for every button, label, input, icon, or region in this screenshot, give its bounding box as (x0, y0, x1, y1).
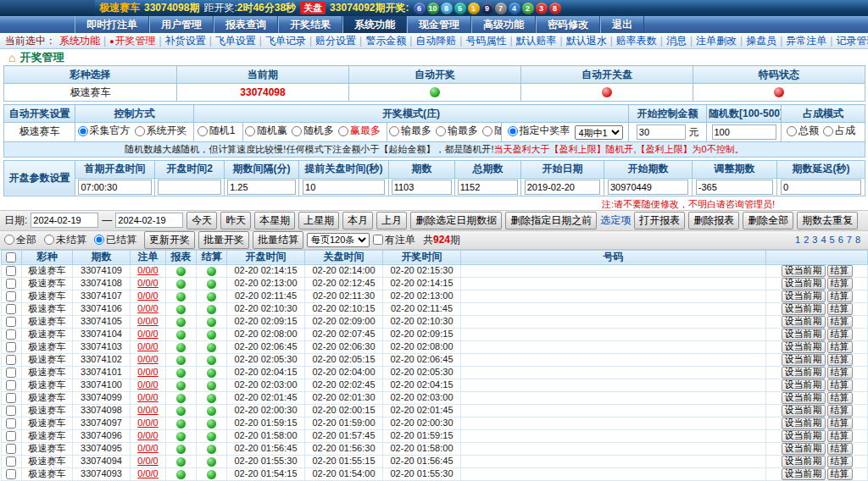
quick-button-本星期[interactable]: 本星期 (254, 212, 295, 229)
radio-input-未结算[interactable] (44, 235, 54, 245)
report-button-打开报表[interactable]: 打开报表 (634, 212, 685, 229)
set-current-period-button[interactable]: 设当前期 (782, 354, 826, 366)
radio-系统开奖[interactable]: 系统开奖 (135, 124, 187, 138)
bets-link[interactable]: 0/0/0 (137, 417, 158, 428)
quick-button-上月[interactable]: 上月 (376, 212, 407, 229)
settle-status-dot[interactable] (207, 267, 216, 276)
settle-status-dot[interactable] (207, 305, 216, 314)
bets-link[interactable]: 0/0/0 (137, 329, 158, 339)
random-input[interactable] (712, 124, 776, 140)
radio-输最多[interactable]: 输最多 (389, 124, 431, 138)
params-input-期数间隔(分)[interactable] (227, 180, 296, 195)
bets-link[interactable]: 0/0/0 (137, 316, 158, 326)
radio-指定中奖率[interactable]: 指定中奖率 (508, 124, 570, 138)
radio-随机3[interactable]: 随机3 (482, 124, 502, 138)
settle-status-dot[interactable] (207, 343, 216, 352)
report-button-删除报表[interactable]: 删除报表 (688, 212, 739, 229)
radio-占成[interactable]: 占成 (823, 124, 855, 138)
page-link-7[interactable]: 7 (847, 235, 852, 245)
bets-link[interactable]: 0/0/0 (137, 354, 158, 364)
radio-input-输最多[interactable] (436, 126, 446, 136)
radio-输最多[interactable]: 输最多 (436, 124, 478, 138)
radio-未结算[interactable]: 未结算 (44, 233, 86, 247)
settle-button[interactable]: 结算 (827, 443, 853, 455)
set-current-period-button[interactable]: 设当前期 (782, 265, 826, 277)
nav-item-退出[interactable]: 退出 (600, 16, 644, 33)
bets-link[interactable]: 0/0/0 (137, 379, 158, 390)
bets-link[interactable]: 0/0/0 (137, 430, 158, 440)
set-current-period-button[interactable]: 设当前期 (782, 316, 826, 328)
amount-input[interactable] (637, 124, 686, 140)
params-input-期数延迟(秒)[interactable] (781, 180, 861, 195)
radio-input-随机3[interactable] (482, 126, 492, 136)
settle-status-dot[interactable] (207, 356, 216, 365)
bets-link[interactable]: 0/0/0 (137, 290, 158, 301)
report-status-dot[interactable] (176, 343, 186, 352)
submenu-item-默认赔率[interactable]: 默认赔率 (516, 34, 557, 48)
radio-input-指定中奖率[interactable] (508, 126, 518, 136)
submenu-item-警示金额[interactable]: 警示金额 (365, 34, 406, 48)
auto-draw-toggle[interactable] (430, 87, 440, 97)
page-link-1[interactable]: 1 (795, 235, 800, 245)
bets-link[interactable]: 0/0/0 (137, 278, 158, 288)
settle-button[interactable]: 结算 (827, 456, 853, 467)
report-status-dot[interactable] (176, 381, 186, 390)
submenu-item-补货设置[interactable]: 补货设置 (165, 34, 206, 48)
delete-button-删除指定日期之前[interactable]: 删除指定日期之前 (505, 212, 597, 229)
settle-button[interactable]: 结算 (827, 265, 853, 277)
row-checkbox[interactable] (6, 329, 16, 340)
bets-link[interactable]: 0/0/0 (137, 265, 158, 275)
nav-item-密码修改[interactable]: 密码修改 (536, 16, 600, 33)
row-checkbox[interactable] (6, 304, 16, 314)
nav-item-即时打注单[interactable]: 即时打注单 (75, 16, 149, 33)
submenu-item-记录管理[interactable]: 记录管理 (836, 34, 868, 48)
settle-button[interactable]: 结算 (827, 354, 853, 366)
page-link-5[interactable]: 5 (830, 235, 835, 245)
report-status-dot[interactable] (176, 368, 186, 378)
report-status-dot[interactable] (176, 406, 186, 416)
radio-input-占成[interactable] (823, 126, 833, 136)
bets-link[interactable]: 0/0/0 (137, 341, 158, 351)
row-checkbox[interactable] (6, 279, 16, 289)
report-status-dot[interactable] (176, 356, 186, 365)
date-to-input[interactable] (115, 213, 183, 228)
row-checkbox[interactable] (6, 418, 16, 428)
params-input-首期开盘时间[interactable] (78, 180, 151, 195)
page-link-6[interactable]: 6 (838, 235, 843, 245)
page-link-4[interactable]: 4 (821, 235, 826, 245)
nav-item-报表查询[interactable]: 报表查询 (214, 16, 278, 33)
submenu-item-飞单设置[interactable]: 飞单设置 (215, 34, 256, 48)
settle-status-dot[interactable] (207, 406, 216, 416)
params-input-提前关盘时间(秒)[interactable] (303, 180, 385, 195)
submenu-item-赔分设置[interactable]: 赔分设置 (315, 34, 356, 48)
settle-button[interactable]: 结算 (827, 417, 853, 429)
params-input-期数[interactable] (392, 180, 453, 195)
report-button-期数去重复[interactable]: 期数去重复 (797, 212, 858, 229)
row-checkbox[interactable] (6, 406, 16, 416)
report-status-dot[interactable] (176, 457, 186, 467)
submenu-item-号码属性[interactable]: 号码属性 (465, 34, 506, 48)
params-input-开始期数[interactable] (608, 180, 688, 195)
radio-全部[interactable]: 全部 (4, 233, 36, 247)
params-input-调整期数[interactable] (696, 180, 774, 195)
date-from-input[interactable] (31, 213, 98, 228)
settle-button[interactable]: 结算 (827, 367, 853, 379)
settle-button[interactable]: 结算 (827, 341, 853, 353)
set-current-period-button[interactable]: 设当前期 (782, 367, 826, 379)
settle-status-dot[interactable] (207, 330, 216, 340)
settle-status-dot[interactable] (207, 279, 216, 289)
report-status-dot[interactable] (176, 394, 186, 403)
report-status-dot[interactable] (176, 292, 186, 301)
set-current-period-button[interactable]: 设当前期 (782, 405, 826, 417)
submenu-item-默认退水[interactable]: 默认退水 (566, 34, 607, 48)
select-all-checkbox[interactable] (6, 252, 16, 263)
report-status-dot[interactable] (176, 267, 186, 276)
row-checkbox[interactable] (6, 355, 16, 365)
radio-input-输最多[interactable] (389, 126, 399, 136)
radio-input-总额[interactable] (787, 126, 797, 136)
bets-link[interactable]: 0/0/0 (137, 367, 158, 377)
report-status-dot[interactable] (176, 318, 186, 327)
radio-input-随机赢[interactable] (245, 126, 255, 136)
set-current-period-button[interactable]: 设当前期 (782, 456, 826, 467)
radio-随机多[interactable]: 随机多 (292, 124, 334, 138)
